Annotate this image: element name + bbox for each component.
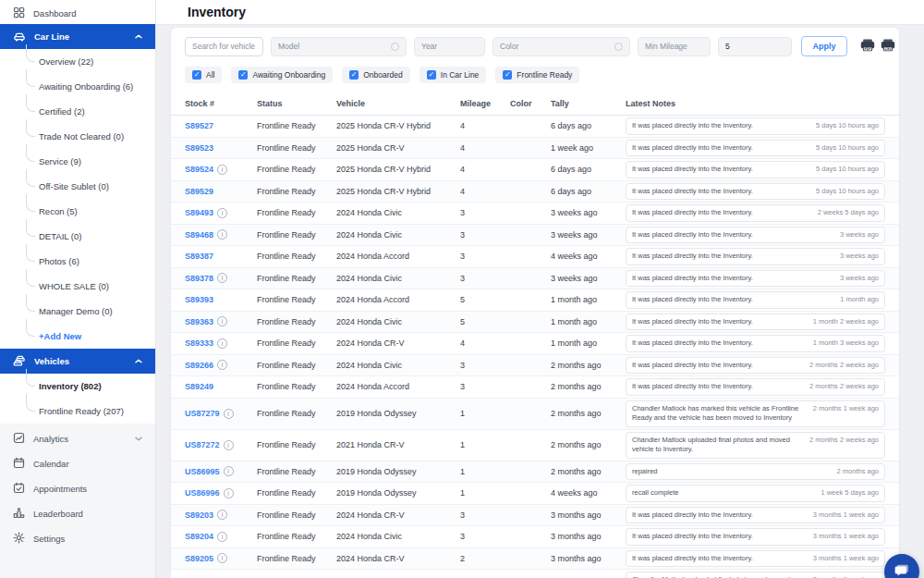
latest-note[interactable]: Chandler Matlock uploaded final photos a… [626, 572, 885, 578]
table-row[interactable]: S89529Frontline Ready2025 Honda CR-V Hyb… [171, 181, 899, 203]
sidebar-item-certified-2[interactable]: Certified (2) [0, 99, 155, 124]
latest-note[interactable]: It was placed directly into the Inventor… [626, 161, 885, 178]
sidebar-item-service-9[interactable]: Service (9) [0, 149, 155, 174]
stock-link[interactable]: S89205 [185, 554, 213, 563]
table-row[interactable]: US87272iFrontline Ready2021 Honda CR-V12… [171, 430, 899, 461]
info-icon[interactable]: i [217, 208, 227, 218]
table-row[interactable]: S89393Frontline Ready2024 Honda Accord51… [171, 289, 899, 312]
sidebar-item-car-line[interactable]: Car Line [0, 24, 155, 49]
stock-link[interactable]: US86995 [185, 467, 220, 476]
info-icon[interactable]: i [217, 510, 227, 520]
sidebar-item-recon-5[interactable]: Recon (5) [0, 199, 155, 224]
sidebar-item-manager-demo-0[interactable]: Manager Demo (0) [0, 299, 155, 324]
stock-link[interactable]: US87272 [185, 440, 220, 449]
info-icon[interactable]: i [217, 316, 227, 326]
model-select[interactable]: Model [271, 37, 407, 56]
checkbox-icon[interactable]: ✓ [238, 70, 248, 80]
table-row[interactable]: S89266iFrontline Ready2024 Honda Civic32… [171, 355, 899, 377]
stock-link[interactable]: S89493 [185, 208, 213, 217]
stock-link[interactable]: S89393 [185, 295, 213, 304]
info-icon[interactable]: i [217, 532, 227, 542]
table-row[interactable]: US86995iFrontline Ready2019 Honda Odysse… [171, 461, 899, 484]
table-row[interactable]: S89524iFrontline Ready2025 Honda CR-V Hy… [171, 159, 899, 181]
latest-note[interactable]: It was placed directly into the Inventor… [626, 507, 885, 524]
table-row[interactable]: S89523Frontline Ready2025 Honda CR-V41 w… [171, 138, 899, 160]
checkbox-icon[interactable]: ✓ [503, 70, 512, 80]
sidebar-item-photos-6[interactable]: Photos (6) [0, 249, 155, 274]
stock-link[interactable]: S89249 [185, 382, 213, 391]
sidebar-item-settings[interactable]: Settings [0, 526, 155, 551]
latest-note[interactable]: It was placed directly into the Inventor… [626, 335, 885, 352]
latest-note[interactable]: It was placed directly into the Inventor… [626, 550, 885, 568]
latest-note[interactable]: It was placed directly into the Inventor… [626, 204, 885, 222]
sidebar-item-whole-sale-0[interactable]: WHOLE SALE (0) [0, 274, 155, 299]
stock-link[interactable]: US86996 [185, 488, 220, 498]
info-icon[interactable]: i [217, 338, 227, 349]
latest-note[interactable]: It was placed directly into the Inventor… [626, 117, 885, 135]
table-row[interactable]: S89493iFrontline Ready2024 Honda Civic33… [171, 203, 899, 225]
stock-link[interactable]: S89468 [185, 230, 213, 240]
latest-note[interactable]: Chandler Matlock has marked this vehicle… [626, 400, 885, 427]
year-input[interactable] [414, 37, 485, 56]
table-row[interactable]: US86949ViFrontline Ready2020 Honda Civic… [171, 570, 899, 578]
info-icon[interactable]: i [224, 488, 234, 498]
stock-link[interactable]: US87279 [185, 409, 220, 418]
sidebar-item-add-new[interactable]: +Add New [0, 324, 155, 349]
color-select[interactable]: Color [492, 37, 630, 56]
stock-link[interactable]: S89529 [185, 187, 213, 196]
chat-button[interactable] [884, 554, 919, 578]
status-filter-in-car-line[interactable]: ✓In Car Line [419, 67, 487, 83]
info-icon[interactable]: i [224, 440, 234, 450]
table-row[interactable]: S89378iFrontline Ready2024 Honda Civic33… [171, 268, 899, 290]
mileage-value-input[interactable] [718, 37, 792, 56]
latest-note[interactable]: recall complete1 week 5 days ago [626, 485, 885, 502]
apply-button[interactable]: Apply [801, 36, 847, 56]
stock-link[interactable]: S89378 [185, 274, 213, 283]
sidebar-item-trade-not-cleared-0[interactable]: Trade Not Cleared (0) [0, 124, 155, 149]
stock-link[interactable]: S89527 [185, 121, 213, 130]
latest-note[interactable]: It was placed directly into the Inventor… [626, 227, 885, 244]
info-icon[interactable]: i [224, 409, 234, 419]
table-row[interactable]: US86996iFrontline Ready2019 Honda Odysse… [171, 483, 899, 505]
latest-note[interactable]: repaired2 months ago [626, 463, 885, 481]
min-mileage-input[interactable] [638, 37, 711, 56]
stock-link[interactable]: S89204 [185, 532, 213, 541]
sidebar-item-overview-22[interactable]: Overview (22) [0, 49, 155, 74]
sidebar-item-calendar[interactable]: Calendar [0, 451, 155, 476]
info-icon[interactable]: i [217, 229, 227, 240]
latest-note[interactable]: It was placed directly into the Inventor… [626, 378, 885, 396]
clear-circle-icon[interactable] [614, 43, 623, 51]
export-pdf-button[interactable]: PDF [860, 39, 875, 55]
table-row[interactable]: S89203iFrontline Ready2024 Honda CR-V33 … [171, 505, 899, 527]
export-csv-button[interactable]: CSV [881, 39, 895, 55]
sidebar-item-off-site-sublet-0[interactable]: Off-Site Sublet (0) [0, 174, 155, 199]
stock-link[interactable]: S89387 [185, 252, 213, 261]
table-row[interactable]: US87279iFrontline Ready2019 Honda Odysse… [171, 399, 899, 430]
status-filter-onboarded[interactable]: ✓Onboarded [342, 67, 410, 83]
latest-note[interactable]: It was placed directly into the Inventor… [626, 314, 885, 331]
latest-note[interactable]: It was placed directly into the Inventor… [626, 291, 885, 309]
sidebar-item-appointments[interactable]: Appointments [0, 476, 155, 501]
table-row[interactable]: S89333iFrontline Ready2024 Honda CR-V41 … [171, 333, 899, 355]
stock-link[interactable]: S89523 [185, 143, 213, 153]
stock-link[interactable]: S89203 [185, 510, 213, 520]
status-filter-awaiting-onboarding[interactable]: ✓Awaiting Onboarding [231, 67, 333, 83]
sidebar-item-awaiting-onboarding-6[interactable]: Awaiting Onboarding (6) [0, 74, 155, 99]
stock-link[interactable]: S89266 [185, 361, 213, 370]
latest-note[interactable]: Chandler Matlock uploaded final photos a… [626, 432, 885, 459]
table-row[interactable]: S89204iFrontline Ready2024 Honda Civic33… [171, 526, 899, 548]
table-row[interactable]: S89205iFrontline Ready2024 Honda CR-V23 … [171, 548, 899, 571]
table-row[interactable]: S89527Frontline Ready2025 Honda CR-V Hyb… [171, 116, 899, 138]
table-row[interactable]: S89387Frontline Ready2024 Honda Accord34… [171, 246, 899, 268]
search-input[interactable] [185, 37, 263, 56]
status-filter-frontline-ready[interactable]: ✓Frontline Ready [495, 67, 579, 83]
sidebar-item-inventory-802[interactable]: Inventory (802) [0, 374, 155, 399]
latest-note[interactable]: It was placed directly into the Inventor… [626, 270, 885, 288]
sidebar-item-leaderboard[interactable]: Leaderboard [0, 501, 155, 526]
latest-note[interactable]: It was placed directly into the Inventor… [626, 140, 885, 157]
info-icon[interactable]: i [224, 466, 234, 476]
sidebar-item-detail-0[interactable]: DETAIL (0) [0, 224, 155, 249]
info-icon[interactable]: i [217, 165, 227, 175]
clear-circle-icon[interactable] [391, 43, 399, 51]
stock-link[interactable]: S89363 [185, 317, 213, 326]
